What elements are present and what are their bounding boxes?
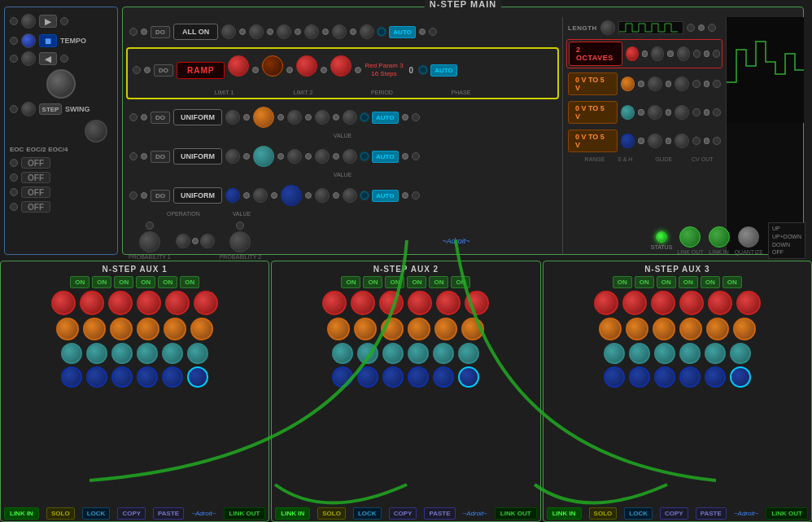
aux1-ok1[interactable] (56, 318, 79, 340)
aux2-rk3[interactable] (379, 291, 404, 315)
prob2-knob[interactable] (229, 231, 251, 252)
aux3-bk3[interactable] (654, 366, 675, 388)
aux3-rk6[interactable] (736, 291, 761, 315)
r4-k2[interactable] (253, 146, 274, 167)
off-btn-3[interactable]: OFF (21, 186, 50, 198)
aux1-bk2[interactable] (86, 366, 107, 388)
aux2-bk6[interactable] (458, 366, 479, 388)
off-btn-1[interactable]: OFF (21, 157, 50, 169)
aux1-ok5[interactable] (164, 318, 186, 340)
aux2-bk2[interactable] (357, 366, 378, 388)
aux3-link-in-btn[interactable]: LINK IN (547, 507, 582, 520)
r1-k6[interactable] (360, 24, 374, 39)
cv1-k2[interactable] (651, 46, 664, 61)
aux3-tk3[interactable] (654, 343, 675, 364)
aux1-ok4[interactable] (137, 318, 159, 340)
transport-knob-3[interactable] (21, 51, 36, 66)
aux1-rk1[interactable] (51, 291, 76, 315)
cv3-k1[interactable] (621, 105, 635, 120)
back-btn[interactable]: ◀ (39, 52, 57, 65)
aux2-ok1[interactable] (327, 318, 350, 340)
aux2-on-6[interactable]: ON (451, 276, 470, 288)
range-btn-3[interactable]: 0 V TO 5 V (568, 101, 618, 124)
r3-k5[interactable] (343, 110, 357, 125)
aux3-bk4[interactable] (679, 366, 701, 388)
row3-do-btn[interactable]: DO (151, 112, 170, 124)
row5-do-btn[interactable]: DO (151, 190, 170, 202)
aux1-bk3[interactable] (111, 366, 133, 388)
p-k2[interactable] (200, 234, 215, 248)
aux2-tk5[interactable] (433, 343, 454, 364)
play-btn[interactable]: ▶ (39, 15, 57, 28)
aux1-bk1[interactable] (61, 366, 82, 388)
aux3-ok3[interactable] (653, 318, 675, 340)
aux2-bk3[interactable] (382, 366, 404, 388)
aux3-lock-btn[interactable]: LOCK (624, 507, 653, 520)
aux2-tk6[interactable] (458, 343, 479, 364)
r4-k4[interactable] (315, 149, 330, 164)
row2-do-btn[interactable]: DO (154, 64, 173, 77)
row4-auto-btn[interactable]: AUTO (372, 151, 399, 163)
off-btn-2[interactable]: OFF (21, 172, 50, 183)
limit1-knob[interactable] (228, 55, 249, 77)
aux2-ok2[interactable] (354, 318, 377, 340)
cv4-k3[interactable] (674, 134, 688, 148)
aux3-ok4[interactable] (679, 318, 702, 340)
aux3-tk1[interactable] (604, 343, 625, 364)
aux2-paste-btn[interactable]: PASTE (424, 507, 455, 520)
transport-knob-1[interactable] (21, 14, 36, 29)
pause-btn[interactable]: ⏹ (39, 34, 57, 47)
aux2-on-5[interactable]: ON (429, 276, 448, 288)
aux3-bk1[interactable] (604, 366, 625, 388)
aux3-on-4[interactable]: ON (679, 276, 698, 288)
aux3-on-3[interactable]: ON (657, 276, 676, 288)
all-on-btn[interactable]: ALL ON (173, 24, 218, 40)
aux1-copy-btn[interactable]: COPY (117, 507, 146, 520)
aux1-solo-btn[interactable]: SOLO (46, 507, 75, 520)
aux2-link-in-btn[interactable]: LINK IN (275, 507, 310, 520)
aux3-link-out-btn[interactable]: LINK OUT (766, 507, 808, 520)
aux3-ok2[interactable] (626, 318, 648, 340)
aux3-on-6[interactable]: ON (723, 276, 742, 288)
length-knob[interactable] (600, 20, 615, 35)
r3-k2[interactable] (253, 107, 274, 128)
aux1-rk6[interactable] (194, 291, 218, 315)
row2-auto-btn[interactable]: AUTO (430, 64, 457, 77)
aux3-rk1[interactable] (594, 291, 618, 315)
cv3-k2[interactable] (648, 105, 661, 120)
r4-k1[interactable] (225, 149, 240, 164)
aux3-ok6[interactable] (733, 318, 756, 340)
aux1-bk5[interactable] (162, 366, 183, 388)
limit2-knob[interactable] (262, 55, 283, 77)
aux1-on-2[interactable]: ON (92, 276, 111, 288)
quantize-knob[interactable] (738, 226, 759, 248)
uniform-btn-2[interactable]: UNIFORM (173, 148, 222, 164)
aux1-tk3[interactable] (111, 343, 133, 364)
aux3-ok1[interactable] (599, 318, 622, 340)
aux1-on-4[interactable]: ON (136, 276, 155, 288)
aux1-on-5[interactable]: ON (158, 276, 177, 288)
aux3-tk5[interactable] (705, 343, 726, 364)
aux1-ok3[interactable] (110, 318, 133, 340)
two-octaves-btn[interactable]: 2 OCTAVES (569, 42, 622, 66)
aux3-tk6[interactable] (730, 343, 751, 364)
transport-knob-2[interactable] (21, 33, 36, 48)
aux3-rk2[interactable] (622, 291, 647, 315)
row1-auto-btn[interactable]: AUTO (389, 26, 416, 38)
aux1-bk6[interactable] (187, 366, 208, 388)
aux2-bk4[interactable] (408, 366, 429, 388)
r3-k3[interactable] (287, 110, 302, 125)
row1-do-btn[interactable]: DO (151, 26, 170, 38)
phase-knob[interactable] (330, 55, 351, 77)
cv1-k3[interactable] (677, 46, 690, 61)
aux1-on-6[interactable]: ON (180, 276, 199, 288)
aux1-paste-btn[interactable]: PASTE (153, 507, 184, 520)
aux3-on-5[interactable]: ON (701, 276, 720, 288)
row5-auto-btn[interactable]: AUTO (372, 190, 399, 202)
cv2-k1[interactable] (621, 77, 635, 91)
aux2-bk5[interactable] (433, 366, 454, 388)
aux3-ok5[interactable] (706, 318, 729, 340)
cv4-k2[interactable] (648, 134, 661, 148)
aux3-bk2[interactable] (629, 366, 650, 388)
r5-k1[interactable] (225, 188, 240, 203)
